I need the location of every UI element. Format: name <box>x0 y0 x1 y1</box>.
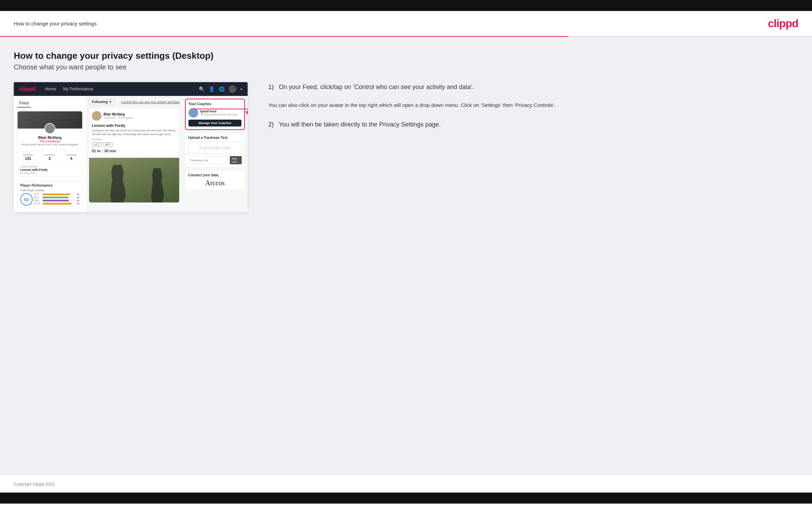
followers-label: Followers <box>44 153 55 156</box>
mock-connect-card: Connect your data Arccos <box>185 170 245 190</box>
mock-performance-card: Player Performance Total Player Quality … <box>17 180 83 209</box>
following-label: Following <box>92 100 108 104</box>
mock-profile-badge: Plus Handicap <box>20 140 79 143</box>
trackman-title: Upload a Trackman Test <box>188 136 242 140</box>
followers-value: 3 <box>44 156 55 161</box>
post-meta: Yesterday · Sunningdale <box>104 116 133 119</box>
mock-nav-right: 🔍 👤 🌐 ▾ <box>199 85 242 93</box>
bar-track <box>43 200 73 201</box>
trackman-link-input[interactable] <box>188 156 228 164</box>
mock-right-panel: Your Coaches David Ford 📍 Royal North De… <box>182 96 248 212</box>
top-bar <box>0 0 812 11</box>
bar-fill <box>43 197 68 198</box>
mock-sidebar: Feed Blair McHarg Plus Handicap Royal No… <box>14 96 86 212</box>
post-avatar <box>92 111 101 121</box>
main-content: How to change your privacy settings (Des… <box>0 37 812 475</box>
mock-body: Feed Blair McHarg Plus Handicap Royal No… <box>14 96 248 212</box>
coach-info: David Ford 📍 Royal North Devon Golf Club <box>200 110 237 116</box>
perf-title: Player Performance <box>20 184 79 187</box>
bar-value: 96 <box>74 202 79 205</box>
header: How to change your privacy settings clip… <box>0 11 812 36</box>
mock-nav-performance[interactable]: My Performance <box>63 87 93 91</box>
mock-post-body: Lesson with Fordy Looking to feel like m… <box>89 123 179 158</box>
page-subheading: Choose what you want people to see <box>14 63 798 71</box>
header-title: How to change your privacy settings <box>14 21 97 26</box>
mock-logo: clippd <box>19 86 35 92</box>
post-tags: OTT APP <box>92 142 176 147</box>
following-button[interactable]: Following ▾ <box>89 99 114 105</box>
post-author-info: Blair McHarg Yesterday · Sunningdale <box>104 112 133 119</box>
bar-row-ott: OTT 90 <box>34 193 79 196</box>
trackman-input-row: Add Link <box>188 156 242 164</box>
bar-label: APP <box>34 196 42 199</box>
bar-label: ARG <box>34 199 42 202</box>
mock-trackman-card: Upload a Trackman Test Trackman Link Add… <box>185 133 245 167</box>
latest-label: Latest Activity <box>20 165 79 168</box>
instructions-panel: 1) On your Feed, click/tap on ‘Control w… <box>261 82 798 140</box>
post-duration-value: 01 hr : 30 min <box>92 149 176 153</box>
footer-text: Copyright Clippd 2022 <box>14 482 55 487</box>
mock-coaches-card: Your Coaches David Ford 📍 Royal North De… <box>185 99 245 130</box>
page-heading: How to change your privacy settings (Des… <box>14 51 798 61</box>
mock-profile-card: Blair McHarg Plus Handicap Royal North D… <box>17 111 83 177</box>
post-duration-label: Duration <box>92 138 176 141</box>
mock-avatar[interactable] <box>229 85 236 93</box>
mock-profile-avatar <box>44 123 55 134</box>
mock-feed-tab[interactable]: Feed <box>17 99 31 108</box>
instruction-step-1: 1) On your Feed, click/tap on ‘Control w… <box>268 82 798 109</box>
following-chevron-icon: ▾ <box>109 100 111 104</box>
step1-alt-text: You can also click on your avatar in the… <box>268 101 798 109</box>
quality-label: Total Player Quality <box>20 189 79 192</box>
coach-club: Royal North Devon Golf Club <box>204 113 237 116</box>
post-author-name: Blair McHarg <box>104 112 133 116</box>
activities-value: 131 <box>23 156 33 161</box>
manage-coaches-button[interactable]: Manage Your Coaches <box>188 120 241 126</box>
coach-club-location-icon: 📍 Royal North Devon Golf Club <box>200 113 237 116</box>
coaches-card-title: Your Coaches <box>188 102 241 106</box>
bottom-bar <box>0 493 812 504</box>
mockup-screenshot: clippd Home My Performance 🔍 👤 🌐 ▾ Feed <box>14 82 248 212</box>
tag-ott: OTT <box>92 142 101 147</box>
golfer-silhouette-2 <box>149 168 166 202</box>
bar-row-app: APP 85 <box>34 196 79 199</box>
mock-post-card: Blair McHarg Yesterday · Sunningdale Les… <box>89 108 180 203</box>
latest-activity-date: 03 Aug 2022 <box>20 172 79 175</box>
globe-icon[interactable]: 🌐 <box>219 86 225 92</box>
arccos-brand: Arccos <box>188 179 242 187</box>
following-label: Following <box>66 153 77 156</box>
step1-number: 1) On your Feed, click/tap on ‘Control w… <box>268 82 798 92</box>
mock-coach-row: David Ford 📍 Royal North Devon Golf Club <box>188 108 241 118</box>
mock-nav: clippd Home My Performance 🔍 👤 🌐 ▾ <box>14 82 248 96</box>
chevron-down-icon[interactable]: ▾ <box>240 87 242 91</box>
instruction-step-2: 2) You will then be taken directly to th… <box>268 120 798 130</box>
mock-stat-activities: Activities 131 <box>23 153 33 161</box>
bar-fill <box>43 203 72 205</box>
mock-profile-name: Blair McHarg <box>20 135 79 140</box>
logo: clippd <box>768 17 798 30</box>
mock-nav-home[interactable]: Home <box>45 87 56 91</box>
following-value: 4 <box>66 156 77 161</box>
bar-label: PUTT <box>34 202 42 205</box>
latest-activity-name: Lesson with Fordy <box>20 168 79 172</box>
mock-quality-row: 92 OTT 90 APP 85 ARG 86 <box>20 193 79 206</box>
footer: Copyright Clippd 2022 <box>0 475 812 493</box>
bar-row-arg: ARG 86 <box>34 199 79 202</box>
activities-label: Activities <box>23 153 33 156</box>
search-icon[interactable]: 🔍 <box>199 86 205 92</box>
user-icon[interactable]: 👤 <box>209 86 215 92</box>
mock-post-header: Blair McHarg Yesterday · Sunningdale <box>89 108 179 123</box>
bar-value: 85 <box>74 196 79 199</box>
bar-track <box>43 203 73 205</box>
mock-profile-club: Royal North Devon Golf Club, United King… <box>20 143 79 146</box>
golfer-silhouette <box>107 165 128 202</box>
control-privacy-link[interactable]: Control who can see your activity and da… <box>121 100 180 104</box>
mock-following-row: Following ▾ Control who can see your act… <box>89 99 180 105</box>
mock-stat-following: Following 4 <box>66 153 77 161</box>
mock-stat-followers: Followers 3 <box>44 153 55 161</box>
mock-bars: OTT 90 APP 85 ARG 86 PUTT <box>34 193 79 206</box>
add-link-button[interactable]: Add Link <box>230 156 242 164</box>
step2-number: 2) You will then be taken directly to th… <box>268 120 798 130</box>
post-image <box>89 158 179 202</box>
mock-stats-row: Activities 131 Followers 3 Following 4 <box>18 151 82 163</box>
bar-value: 90 <box>74 193 79 196</box>
